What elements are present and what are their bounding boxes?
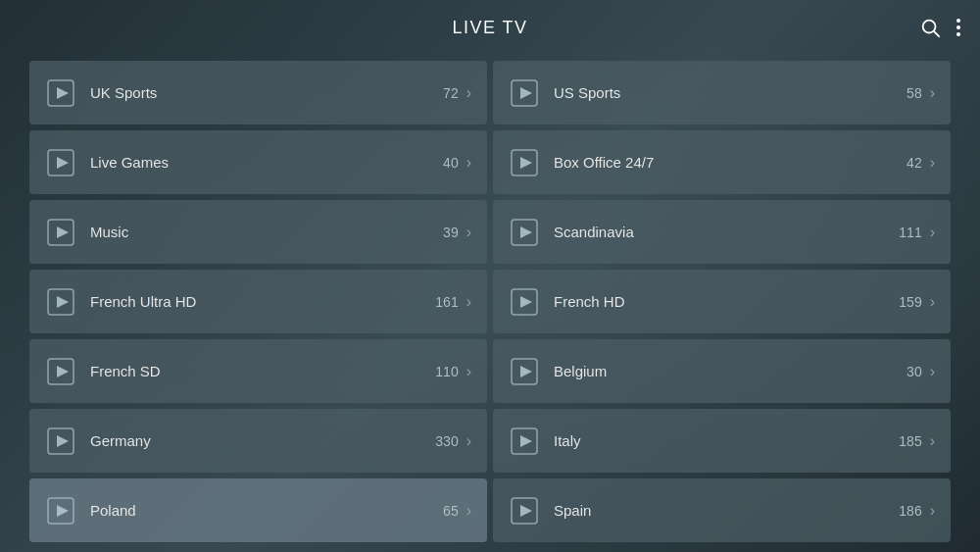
item-label-us-sports: US Sports — [554, 84, 906, 101]
item-count-poland: 65 — [443, 503, 459, 519]
item-label-belgium: Belgium — [554, 363, 906, 379]
svg-marker-27 — [57, 505, 69, 517]
svg-marker-23 — [57, 435, 69, 447]
content-grid: UK Sports 72 › US Sports 58 › Live Games… — [0, 55, 980, 552]
svg-marker-5 — [520, 87, 532, 99]
play-icon-germany — [45, 426, 76, 457]
item-count-us-sports: 58 — [906, 85, 922, 101]
item-label-music: Music — [90, 224, 443, 240]
play-icon-spain — [509, 495, 540, 527]
item-chevron-live-games: › — [466, 154, 471, 172]
item-label-uk-sports: UK Sports — [90, 84, 443, 101]
item-count-spain: 186 — [899, 503, 921, 519]
item-chevron-us-sports: › — [930, 84, 935, 102]
item-label-poland: Poland — [90, 502, 443, 519]
item-label-scandinavia: Scandinavia — [554, 224, 899, 240]
play-icon-live-games — [45, 147, 76, 178]
item-chevron-french-ultra-hd: › — [466, 293, 471, 311]
grid-item-spain[interactable]: Spain 186 › — [493, 478, 951, 542]
svg-marker-29 — [520, 505, 532, 517]
svg-marker-21 — [520, 366, 532, 377]
search-button[interactable] — [919, 17, 941, 38]
item-label-box-office: Box Office 24/7 — [554, 154, 906, 171]
page-title: LIVE TV — [452, 18, 527, 38]
grid-item-french-sd[interactable]: French SD 110 › — [29, 339, 487, 403]
grid-item-poland[interactable]: Poland 65 › — [29, 478, 487, 542]
item-label-italy: Italy — [554, 432, 899, 449]
play-icon-french-ultra-hd — [45, 286, 76, 318]
play-icon-french-hd — [509, 286, 540, 318]
item-chevron-uk-sports: › — [466, 84, 471, 102]
item-chevron-poland: › — [466, 502, 471, 520]
item-count-germany: 330 — [435, 433, 458, 449]
svg-marker-17 — [520, 296, 532, 308]
item-label-french-ultra-hd: French Ultra HD — [90, 293, 435, 310]
header-actions — [919, 17, 960, 38]
grid-item-box-office[interactable]: Box Office 24/7 42 › — [493, 130, 951, 194]
grid-item-italy[interactable]: Italy 185 › — [493, 409, 951, 473]
item-count-music: 39 — [443, 225, 459, 240]
item-chevron-french-hd: › — [930, 293, 935, 311]
svg-marker-7 — [57, 157, 69, 169]
item-label-spain: Spain — [554, 502, 899, 519]
grid-item-us-sports[interactable]: US Sports 58 › — [493, 61, 951, 125]
item-count-scandinavia: 111 — [899, 225, 921, 240]
item-chevron-belgium: › — [930, 363, 935, 380]
item-chevron-germany: › — [466, 432, 471, 450]
play-icon-belgium — [509, 356, 540, 387]
grid-item-germany[interactable]: Germany 330 › — [29, 409, 487, 473]
svg-marker-25 — [520, 435, 532, 447]
grid-item-scandinavia[interactable]: Scandinavia 111 › — [493, 200, 951, 264]
item-label-french-sd: French SD — [90, 363, 435, 379]
play-icon-box-office — [509, 147, 540, 178]
play-icon-us-sports — [509, 77, 540, 109]
svg-marker-9 — [520, 157, 532, 169]
item-chevron-music: › — [466, 224, 471, 241]
svg-marker-19 — [57, 366, 69, 377]
play-icon-music — [45, 217, 76, 248]
grid-item-french-ultra-hd[interactable]: French Ultra HD 161 › — [29, 270, 487, 333]
item-label-live-games: Live Games — [90, 154, 443, 171]
item-count-uk-sports: 72 — [443, 85, 459, 101]
dot-2 — [956, 25, 960, 29]
item-count-french-hd: 159 — [899, 294, 921, 310]
item-chevron-french-sd: › — [466, 363, 471, 380]
dot-3 — [956, 32, 960, 36]
header: LIVE TV — [0, 0, 980, 55]
play-icon-scandinavia — [509, 217, 540, 248]
search-icon — [919, 17, 941, 38]
svg-marker-13 — [520, 226, 532, 238]
grid-item-live-games[interactable]: Live Games 40 › — [29, 130, 487, 194]
item-chevron-spain: › — [930, 502, 935, 520]
play-icon-poland — [45, 495, 76, 527]
grid-item-music[interactable]: Music 39 › — [29, 200, 487, 264]
play-icon-uk-sports — [45, 77, 76, 109]
grid-item-french-hd[interactable]: French HD 159 › — [493, 270, 951, 333]
item-chevron-scandinavia: › — [930, 224, 935, 241]
play-icon-italy — [509, 426, 540, 457]
svg-marker-3 — [57, 87, 69, 99]
item-chevron-italy: › — [930, 432, 935, 450]
svg-line-1 — [934, 31, 939, 36]
grid-item-belgium[interactable]: Belgium 30 › — [493, 339, 951, 403]
play-icon-french-sd — [45, 356, 76, 387]
svg-marker-11 — [57, 226, 69, 238]
item-label-french-hd: French HD — [554, 293, 899, 310]
item-count-italy: 185 — [899, 433, 921, 449]
item-count-french-sd: 110 — [435, 364, 458, 379]
item-count-belgium: 30 — [906, 364, 922, 379]
item-count-box-office: 42 — [906, 155, 922, 171]
item-count-french-ultra-hd: 161 — [435, 294, 458, 310]
svg-marker-15 — [57, 296, 69, 308]
more-options-button[interactable] — [956, 19, 960, 36]
app-container: LIVE TV UK Sports 72 › — [0, 0, 980, 552]
item-label-germany: Germany — [90, 432, 435, 449]
dot-1 — [956, 19, 960, 23]
item-count-live-games: 40 — [443, 155, 459, 171]
grid-item-uk-sports[interactable]: UK Sports 72 › — [29, 61, 487, 125]
item-chevron-box-office: › — [930, 154, 935, 172]
